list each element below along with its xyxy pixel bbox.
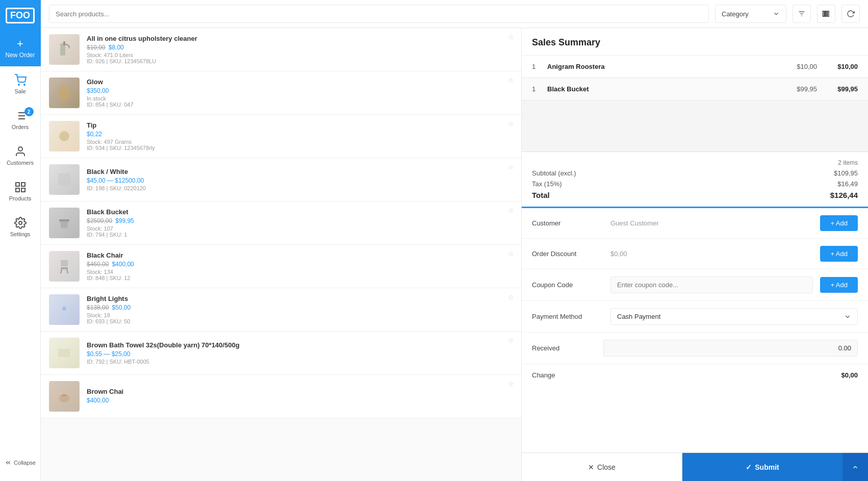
- order-item-name: Black Bucket: [547, 85, 776, 93]
- product-stock: Stock: 18: [87, 312, 513, 318]
- discount-label: Order Discount: [532, 250, 603, 258]
- sidebar-item-settings[interactable]: Settings: [0, 209, 41, 245]
- favorite-icon[interactable]: ☆: [508, 293, 514, 301]
- product-name: Brown Bath Towel 32s(Double yarn) 70*140…: [87, 341, 513, 349]
- old-price: $10,00: [87, 44, 106, 51]
- svg-point-8: [18, 147, 22, 151]
- favorite-icon[interactable]: ☆: [508, 380, 514, 388]
- total-label: Total: [532, 191, 550, 199]
- add-customer-button[interactable]: + Add: [820, 215, 858, 231]
- sidebar-item-sale[interactable]: Sale: [0, 66, 41, 102]
- person-icon: [14, 145, 27, 158]
- price: $8,00: [109, 44, 124, 51]
- list-item[interactable]: All in one citrus upholstery cleaner $10…: [41, 28, 521, 71]
- order-form: Customer Guest Customer + Add Order Disc…: [522, 207, 868, 452]
- product-info: Glow $350,00 In stock ID: 854 | SKU: 047: [87, 78, 513, 108]
- favorite-icon[interactable]: ☆: [508, 33, 514, 41]
- list-item[interactable]: Bright Lights $138,00$50,00 Stock: 18 ID…: [41, 288, 521, 332]
- received-row: Received: [522, 333, 868, 364]
- new-order-label: New Order: [5, 52, 35, 59]
- total-value: $126,44: [830, 191, 858, 199]
- order-item-name: Anigram Roostera: [547, 63, 776, 70]
- collapse-label: Collapse: [14, 460, 36, 466]
- sidebar-item-customers[interactable]: Customers: [0, 138, 41, 173]
- product-price: $400,00: [87, 397, 513, 404]
- barcode-icon[interactable]: [817, 5, 835, 23]
- chevron-down-icon: [844, 313, 851, 320]
- coupon-input[interactable]: [610, 276, 813, 293]
- orders-label: Orders: [12, 124, 29, 130]
- filter-icon[interactable]: [793, 5, 811, 23]
- received-input[interactable]: [603, 340, 858, 357]
- customer-value: Guest Customer: [610, 219, 813, 227]
- list-item[interactable]: Black / White $45,00 — $12500,00 ID: 198…: [41, 158, 521, 201]
- product-list: All in one citrus upholstery cleaner $10…: [41, 28, 521, 481]
- svg-rect-28: [61, 260, 68, 266]
- list-item[interactable]: Tip $0,22 Stock: 497 Grams ID: 934 | SKU…: [41, 115, 521, 158]
- product-sku: ID: 854 | SKU: 047: [87, 102, 513, 108]
- svg-rect-12: [16, 188, 19, 192]
- product-thumbnail: [49, 338, 80, 368]
- category-select[interactable]: Category: [715, 5, 786, 23]
- product-price: $0,22: [87, 131, 513, 138]
- list-item[interactable]: Brown Chai $400,00 ☆: [41, 375, 521, 418]
- refresh-icon[interactable]: [841, 5, 860, 23]
- subtotal-value: $109,95: [834, 169, 858, 177]
- product-price: $460,00$400,00: [87, 261, 513, 268]
- svg-point-24: [58, 85, 70, 101]
- discount-value: $0,00: [610, 250, 813, 258]
- svg-point-33: [62, 307, 66, 311]
- chevron-up-icon: [852, 464, 859, 471]
- customers-label: Customers: [7, 160, 34, 166]
- new-order-plus-icon: +: [17, 38, 23, 49]
- add-coupon-button[interactable]: + Add: [820, 277, 858, 293]
- items-count: 2 items: [532, 159, 858, 166]
- add-discount-button[interactable]: + Add: [820, 246, 858, 262]
- order-items: 1 Anigram Roostera $10,00 $10,00 1 Black…: [522, 56, 868, 100]
- submit-expand-button[interactable]: [843, 453, 868, 481]
- list-item[interactable]: Glow $350,00 In stock ID: 854 | SKU: 047…: [41, 71, 521, 115]
- collapse-button[interactable]: Collapse: [0, 452, 41, 473]
- discount-row: Order Discount $0,00 + Add: [522, 239, 868, 269]
- favorite-icon[interactable]: ☆: [508, 250, 514, 258]
- product-name: Tip: [87, 121, 513, 129]
- list-item[interactable]: Brown Bath Towel 32s(Double yarn) 70*140…: [41, 332, 521, 375]
- customer-label: Customer: [532, 219, 603, 227]
- product-name: Bright Lights: [87, 295, 513, 302]
- product-info: Brown Bath Towel 32s(Double yarn) 70*140…: [87, 341, 513, 365]
- product-name: Brown Chai: [87, 388, 513, 395]
- product-meta: Stock: 471.0 Liters: [87, 52, 513, 58]
- products-label: Products: [9, 195, 31, 201]
- favorite-icon[interactable]: ☆: [508, 163, 514, 171]
- favorite-icon[interactable]: ☆: [508, 337, 514, 344]
- submit-button[interactable]: ✓ Submit: [682, 453, 843, 481]
- search-input[interactable]: [49, 5, 709, 23]
- summary-empty-area: [522, 100, 868, 151]
- sidebar-item-products[interactable]: Products: [0, 173, 41, 209]
- product-stock: In stock: [87, 95, 513, 102]
- favorite-icon[interactable]: ☆: [508, 207, 514, 214]
- main-area: Category: [41, 0, 868, 481]
- product-sku: ID: 198 | SKU: 0220120: [87, 185, 513, 191]
- svg-rect-17: [823, 11, 824, 17]
- grid-icon: [14, 181, 27, 193]
- list-item[interactable]: Black Bucket $2500,00$99,95 Stock: 107 I…: [41, 201, 521, 245]
- favorite-icon[interactable]: ☆: [508, 120, 514, 128]
- sidebar-item-orders[interactable]: 2 Orders: [0, 102, 41, 138]
- new-order-button[interactable]: + New Order: [0, 31, 41, 66]
- gear-icon: [14, 217, 27, 229]
- close-icon: ✕: [588, 463, 594, 471]
- list-item[interactable]: Black Chair $460,00$400,00 Stock: 134 ID…: [41, 245, 521, 288]
- svg-rect-27: [59, 219, 69, 221]
- product-price: $350,00: [87, 87, 513, 94]
- product-sku: ID: 848 | SKU: 12: [87, 275, 513, 281]
- received-label: Received: [532, 344, 603, 352]
- price: $350,00: [87, 87, 109, 94]
- product-thumbnail: [49, 208, 80, 238]
- payment-method-select[interactable]: Cash Payment: [610, 308, 858, 325]
- svg-point-1: [24, 84, 25, 85]
- close-button[interactable]: ✕ Close: [522, 453, 682, 481]
- favorite-icon[interactable]: ☆: [508, 77, 514, 84]
- order-item-row: 1 Black Bucket $99,95 $99,95: [522, 78, 868, 100]
- order-qty: 1: [532, 63, 542, 70]
